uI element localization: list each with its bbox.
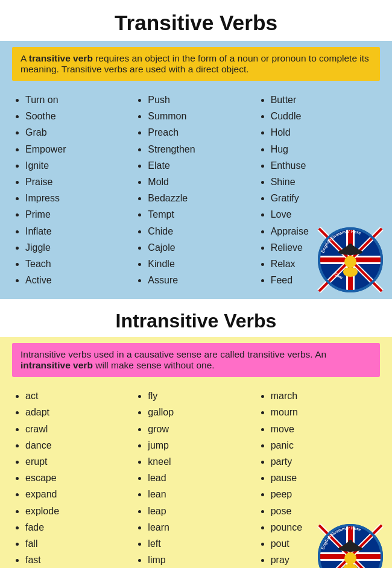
transitive-list-item: Summon bbox=[148, 108, 257, 124]
intransitive-logo: English Grammar Here .Com bbox=[317, 523, 384, 569]
transitive-list-item: Empower bbox=[25, 141, 134, 157]
transitive-title: Transitive Verbs bbox=[0, 0, 392, 41]
transitive-list-item: Cuddle bbox=[271, 108, 380, 124]
intransitive-list-item: leap bbox=[148, 503, 257, 519]
intransitive-list-item: kneel bbox=[148, 453, 257, 470]
transitive-list-item: Elate bbox=[148, 157, 257, 174]
intransitive-list-item: jump bbox=[148, 437, 257, 453]
transitive-list-item: Assure bbox=[148, 272, 257, 288]
transitive-list-item: Soothe bbox=[25, 108, 134, 124]
intransitive-list-item: move bbox=[271, 421, 380, 437]
svg-point-16 bbox=[343, 267, 358, 277]
transitive-list-item: Hold bbox=[271, 124, 380, 140]
intransitive-content-area: Intransitive verbs used in a causative s… bbox=[0, 337, 392, 568]
transitive-list-item: Mold bbox=[148, 174, 257, 190]
intransitive-list-item: peep bbox=[271, 486, 380, 502]
transitive-list-item: Ignite bbox=[25, 157, 134, 174]
svg-rect-32 bbox=[349, 540, 352, 545]
intransitive-list-item: act bbox=[25, 388, 134, 404]
intransitive-list-item: fast bbox=[25, 552, 134, 568]
intransitive-list-item: crawl bbox=[25, 421, 134, 437]
transitive-section: Transitive Verbs A transitive verb requi… bbox=[0, 0, 392, 299]
intransitive-logo-svg: English Grammar Here .Com bbox=[317, 523, 384, 569]
transitive-list-item: Strengthen bbox=[148, 141, 257, 157]
intransitive-list-item: left bbox=[148, 535, 257, 552]
intransitive-list-item: party bbox=[271, 453, 380, 470]
intransitive-definition-box: Intransitive verbs used in a causative s… bbox=[12, 343, 380, 377]
transitive-list-item: Turn on bbox=[25, 92, 134, 108]
intransitive-list-item: march bbox=[271, 388, 380, 404]
transitive-list-item: Butter bbox=[271, 92, 380, 108]
intransitive-list-item: fly bbox=[148, 388, 257, 404]
intransitive-list-item: dance bbox=[25, 437, 134, 453]
intransitive-list-item: learn bbox=[148, 519, 257, 535]
transitive-list-col1: Turn onSootheGrabEmpowerIgnitePraiseImpr… bbox=[12, 92, 134, 288]
intransitive-list-item: panic bbox=[271, 437, 380, 453]
transitive-bold: transitive verb bbox=[29, 53, 93, 63]
transitive-list-item: Bedazzle bbox=[148, 190, 257, 206]
transitive-list-item: Hug bbox=[271, 141, 380, 157]
transitive-list-item: Shine bbox=[271, 174, 380, 190]
intransitive-list-item: gallop bbox=[148, 404, 257, 420]
transitive-list-item: Inflate bbox=[25, 223, 134, 239]
intransitive-list-item: pose bbox=[271, 503, 380, 519]
transitive-list-item: Active bbox=[25, 272, 134, 288]
intransitive-list-item: pause bbox=[271, 470, 380, 486]
intransitive-bold: intransitive verb bbox=[21, 360, 93, 370]
intransitive-col1: actadaptcrawldanceeruptescapeexpandexplo… bbox=[12, 388, 134, 568]
transitive-list-item: Prime bbox=[25, 206, 134, 222]
intransitive-list-item: fade bbox=[25, 519, 134, 535]
transitive-list-item: Love bbox=[271, 206, 380, 222]
transitive-definition-box: A transitive verb requires an object in … bbox=[12, 47, 380, 81]
intransitive-col2: flygallopgrowjumpkneelleadleanleaplearnl… bbox=[134, 388, 257, 568]
intransitive-list-item: adapt bbox=[25, 404, 134, 420]
transitive-list-item: Jiggle bbox=[25, 239, 134, 256]
intransitive-list-item: escape bbox=[25, 470, 134, 486]
transitive-list-item: Praise bbox=[25, 174, 134, 190]
intransitive-list-item: lead bbox=[148, 470, 257, 486]
intransitive-list-item: fall bbox=[25, 535, 134, 552]
svg-point-33 bbox=[344, 552, 356, 564]
intransitive-list-item: erupt bbox=[25, 453, 134, 470]
intransitive-list-item: explode bbox=[25, 503, 134, 519]
transitive-logo: English Grammar Here .Com bbox=[317, 227, 384, 293]
transitive-list-item: Kindle bbox=[148, 256, 257, 272]
transitive-list-col2: PushSummonPreachStrengthenElateMoldBedaz… bbox=[134, 92, 257, 288]
transitive-content-area: A transitive verb requires an object in … bbox=[0, 41, 392, 299]
transitive-list-item: Gratify bbox=[271, 190, 380, 206]
intransitive-list-item: mourn bbox=[271, 404, 380, 420]
intransitive-title: Intransitive Verbs bbox=[0, 299, 392, 337]
transitive-list-item: Impress bbox=[25, 190, 134, 206]
intransitive-section: Intransitive Verbs Intransitive verbs us… bbox=[0, 299, 392, 568]
intransitive-list-col1: actadaptcrawldanceeruptescapeexpandexplo… bbox=[12, 388, 134, 568]
intransitive-list-item: grow bbox=[148, 421, 257, 437]
intransitive-list-item: lean bbox=[148, 486, 257, 502]
transitive-list-item: Enthuse bbox=[271, 157, 380, 174]
intransitive-list-item: expand bbox=[25, 486, 134, 502]
intransitive-definition-text: Intransitive verbs used in a causative s… bbox=[21, 349, 326, 370]
transitive-list-item: Cajole bbox=[148, 239, 257, 256]
transitive-definition-text: A transitive verb requires an object in … bbox=[21, 53, 369, 74]
svg-point-15 bbox=[344, 256, 356, 268]
transitive-list-item: Teach bbox=[25, 256, 134, 272]
svg-rect-14 bbox=[349, 244, 352, 248]
intransitive-list-item: limp bbox=[148, 552, 257, 568]
transitive-col2: PushSummonPreachStrengthenElateMoldBedaz… bbox=[134, 92, 257, 288]
transitive-list-item: Push bbox=[148, 92, 257, 108]
transitive-list-item: Preach bbox=[148, 124, 257, 140]
transitive-list-item: Grab bbox=[25, 124, 134, 140]
transitive-list-item: Chide bbox=[148, 223, 257, 239]
transitive-list-item: Tempt bbox=[148, 206, 257, 222]
intransitive-list-col2: flygallopgrowjumpkneelleadleanleaplearnl… bbox=[134, 388, 257, 568]
transitive-col1: Turn onSootheGrabEmpowerIgnitePraiseImpr… bbox=[12, 92, 134, 288]
transitive-logo-svg: English Grammar Here .Com bbox=[317, 227, 384, 293]
